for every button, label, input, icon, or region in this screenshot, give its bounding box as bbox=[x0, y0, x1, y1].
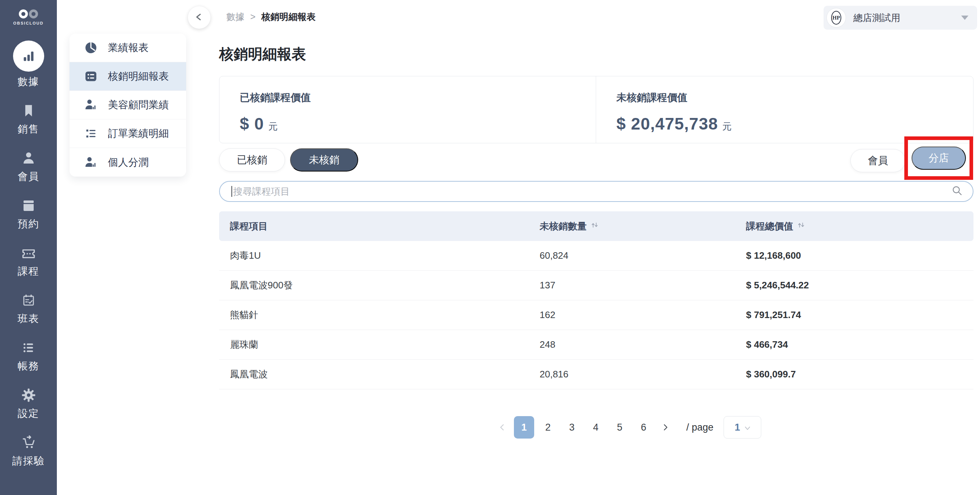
page-button-1[interactable]: 1 bbox=[514, 416, 534, 439]
course-table: 課程項目 未核銷數量 課程總價值 bbox=[219, 211, 974, 389]
menu-item-label: 訂單業績明細 bbox=[108, 127, 169, 140]
table-row: 麗珠蘭 248 $ 466,734 bbox=[219, 330, 974, 360]
stat-amount: $ 20,475,738 bbox=[616, 114, 718, 133]
page-button-4[interactable]: 4 bbox=[585, 416, 606, 439]
annotation-highlight-box: 分店 bbox=[904, 136, 973, 180]
page-button-3[interactable]: 3 bbox=[562, 416, 582, 439]
column-header-total-value[interactable]: 課程總價值 bbox=[746, 220, 974, 233]
sort-icon[interactable] bbox=[590, 221, 599, 232]
search-input[interactable] bbox=[233, 186, 951, 197]
cell-course-name: 肉毒1U bbox=[219, 249, 539, 262]
main-content: 數據 > 核銷明細報表 HP 總店測試用 核銷明細報表 已核銷課程價值 $ 0 … bbox=[198, 0, 980, 495]
rail-item-label: 帳務 bbox=[18, 359, 40, 373]
cell-quantity: 162 bbox=[539, 309, 746, 320]
bulleted-list-icon bbox=[83, 127, 99, 140]
rail-item-label: 課程 bbox=[18, 265, 40, 278]
stat-verified-value: 已核銷課程價值 $ 0 元 bbox=[220, 76, 596, 143]
secondary-sidebar: 業績報表 核銷明細報表 美容顧問業績 bbox=[57, 0, 198, 495]
pie-chart-icon bbox=[83, 41, 99, 55]
brand-name: OBSICLOUD bbox=[13, 21, 44, 25]
member-scope-button[interactable]: 會員 bbox=[850, 149, 905, 172]
stat-label: 已核銷課程價值 bbox=[240, 91, 596, 105]
rail-item-courses[interactable]: 課程 bbox=[18, 244, 40, 278]
stat-unverified-value: 未核銷課程價值 $ 20,475,738 元 bbox=[596, 76, 732, 143]
gear-icon bbox=[21, 387, 36, 403]
report-menu: 業績報表 核銷明細報表 美容顧問業績 bbox=[70, 34, 186, 176]
collapse-sidebar-button[interactable] bbox=[188, 6, 211, 29]
pagination: 1 2 3 4 5 6 / page 1 bbox=[494, 416, 761, 439]
rail-item-members[interactable]: 會員 bbox=[18, 150, 40, 184]
rail-item-sales[interactable]: 銷售 bbox=[18, 102, 40, 136]
search-icon[interactable] bbox=[951, 184, 963, 198]
rail-item-purchase[interactable]: 請採驗 bbox=[12, 434, 45, 468]
rail-item-label: 數據 bbox=[18, 75, 40, 89]
breadcrumb-parent[interactable]: 數據 bbox=[226, 11, 245, 23]
cell-course-name: 麗珠蘭 bbox=[219, 338, 539, 351]
cell-total-value: $ 360,099.7 bbox=[746, 369, 974, 380]
cell-course-name: 熊貓針 bbox=[219, 309, 539, 321]
avatar: HP bbox=[826, 8, 846, 27]
cell-course-name: 鳳凰電波 bbox=[219, 368, 539, 381]
search-bar bbox=[219, 181, 974, 202]
page-button-6[interactable]: 6 bbox=[633, 416, 654, 439]
menu-item-redemption-report[interactable]: 核銷明細報表 bbox=[70, 62, 186, 91]
next-page-button[interactable] bbox=[657, 416, 673, 439]
rail-item-label: 會員 bbox=[18, 170, 40, 184]
stats-card: 已核銷課程價值 $ 0 元 未核銷課程價值 $ 20,475,738 元 bbox=[219, 76, 974, 143]
bar-chart-icon bbox=[13, 41, 44, 71]
table-header-row: 課程項目 未核銷數量 課程總價值 bbox=[219, 211, 974, 241]
app-root: OBSICLOUD 數據 銷售 會員 bbox=[0, 0, 980, 495]
cell-course-name: 鳳凰電波900發 bbox=[219, 279, 539, 292]
column-header-course: 課程項目 bbox=[219, 220, 539, 233]
menu-item-personal-share[interactable]: 個人分潤 bbox=[70, 148, 186, 176]
branch-scope-button[interactable]: 分店 bbox=[912, 146, 966, 170]
account-name: 總店測試用 bbox=[853, 11, 961, 24]
menu-item-order-performance[interactable]: 訂單業績明細 bbox=[70, 119, 186, 148]
page-size-select[interactable]: 1 bbox=[724, 416, 761, 439]
page-button-2[interactable]: 2 bbox=[538, 416, 558, 439]
person-chart-icon bbox=[83, 98, 99, 112]
prev-page-button[interactable] bbox=[494, 416, 510, 439]
avatar-monogram: HP bbox=[831, 11, 841, 25]
rail-item-label: 銷售 bbox=[18, 122, 40, 136]
rail-item-settings[interactable]: 設定 bbox=[18, 387, 40, 420]
stat-unit: 元 bbox=[268, 120, 278, 133]
rail-item-label: 預約 bbox=[18, 217, 40, 231]
calendar-icon bbox=[21, 197, 36, 214]
ticket-icon bbox=[21, 244, 37, 261]
rail-item-accounting[interactable]: 帳務 bbox=[18, 340, 40, 373]
brand-logo-icon bbox=[19, 10, 38, 19]
verified-tab[interactable]: 已核銷 bbox=[219, 148, 285, 171]
unverified-tab[interactable]: 未核銷 bbox=[290, 148, 358, 171]
logo-ring-gray bbox=[29, 10, 38, 19]
list-icon bbox=[21, 340, 36, 356]
primary-sidebar: OBSICLOUD 數據 銷售 會員 bbox=[0, 0, 57, 495]
brand-logo: OBSICLOUD bbox=[13, 10, 44, 25]
account-switcher[interactable]: HP 總店測試用 bbox=[824, 6, 977, 30]
cell-total-value: $ 791,251.74 bbox=[746, 309, 974, 320]
table-row: 肉毒1U 60,824 $ 12,168,600 bbox=[219, 241, 974, 271]
breadcrumb-current: 核銷明細報表 bbox=[261, 11, 316, 23]
menu-item-label: 業績報表 bbox=[108, 41, 148, 55]
chevron-down-icon bbox=[961, 16, 969, 20]
card-list-icon bbox=[83, 69, 99, 84]
cell-total-value: $ 466,734 bbox=[746, 339, 974, 350]
cell-quantity: 20,816 bbox=[539, 369, 746, 380]
menu-item-label: 核銷明細報表 bbox=[108, 70, 169, 83]
rail-nav: 數據 銷售 會員 預約 bbox=[12, 41, 45, 468]
menu-item-label: 美容顧問業績 bbox=[108, 98, 169, 112]
sort-icon[interactable] bbox=[797, 221, 805, 232]
rail-item-data[interactable]: 數據 bbox=[13, 41, 44, 89]
menu-item-performance-report[interactable]: 業績報表 bbox=[70, 34, 186, 62]
bookmark-icon bbox=[21, 102, 36, 119]
stat-amount: $ 0 bbox=[240, 114, 264, 133]
cell-total-value: $ 12,168,600 bbox=[746, 250, 974, 261]
table-row: 熊貓針 162 $ 791,251.74 bbox=[219, 300, 974, 330]
rail-item-appointments[interactable]: 預約 bbox=[18, 197, 40, 231]
chevron-down-icon bbox=[745, 422, 750, 433]
menu-item-consultant-performance[interactable]: 美容顧問業績 bbox=[70, 91, 186, 119]
person-chart-icon bbox=[83, 155, 99, 169]
page-button-5[interactable]: 5 bbox=[609, 416, 630, 439]
column-header-quantity[interactable]: 未核銷數量 bbox=[539, 220, 746, 233]
rail-item-schedule[interactable]: 班表 bbox=[18, 292, 40, 326]
